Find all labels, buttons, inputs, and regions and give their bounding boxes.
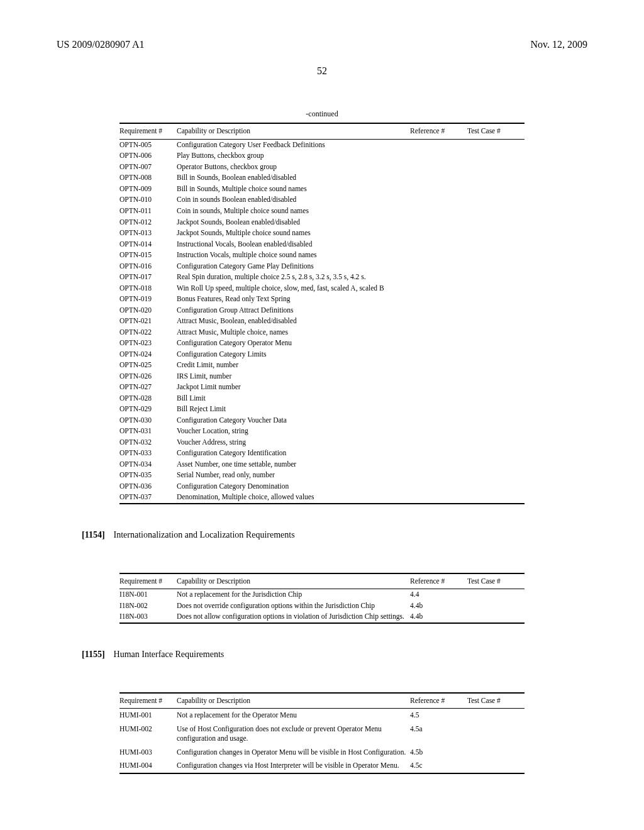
cell-desc: Voucher Location, string <box>177 426 410 437</box>
cell-req: OPTN-007 <box>119 162 177 173</box>
table-row: OPTN-032Voucher Address, string <box>119 437 525 448</box>
cell-desc: Bonus Features, Read only Text Spring <box>177 294 410 305</box>
cell-req: OPTN-033 <box>119 448 177 459</box>
cell-ref <box>410 239 467 250</box>
cell-tc <box>467 481 525 492</box>
cell-ref <box>410 184 467 195</box>
table-row: OPTN-018Win Roll Up speed, multiple choi… <box>119 283 525 294</box>
cell-req: OPTN-010 <box>119 194 177 206</box>
table-row: OPTN-028Bill Limit <box>119 393 525 404</box>
cell-ref: 4.5b <box>410 746 467 760</box>
col-desc: Capability or Description <box>177 123 410 139</box>
cell-desc: Jackpot Sounds, Multiple choice sound na… <box>177 228 410 239</box>
table-header-row: Requirement # Capability or Description … <box>119 693 525 709</box>
cell-ref <box>410 261 467 272</box>
cell-tc <box>467 172 525 184</box>
cell-ref <box>410 338 467 349</box>
cell-ref <box>410 150 467 162</box>
pub-number: US 2009/0280907 A1 <box>57 38 145 52</box>
table-row: HUMI-002Use of Host Configuration does n… <box>119 722 525 746</box>
cell-req: OPTN-020 <box>119 305 177 316</box>
col-ref: Reference # <box>410 123 467 139</box>
cell-ref <box>410 139 467 150</box>
cell-tc <box>467 470 525 481</box>
col-desc: Capability or Description <box>177 573 410 589</box>
table-row: OPTN-026IRS Limit, number <box>119 371 525 382</box>
table-continued: -continued Requirement # Capability or D… <box>119 109 525 504</box>
cell-req: OPTN-018 <box>119 283 177 294</box>
cell-desc: Configuration Category Denomination <box>177 481 410 492</box>
col-desc: Capability or Description <box>177 693 410 709</box>
para-num: [1154] <box>82 530 105 540</box>
cell-req: OPTN-037 <box>119 492 177 504</box>
cell-desc: Use of Host Configuration does not exclu… <box>177 722 410 746</box>
cell-req: OPTN-030 <box>119 415 177 426</box>
cell-req: OPTN-035 <box>119 470 177 481</box>
cell-req: OPTN-026 <box>119 371 177 382</box>
table-row: OPTN-009Bill in Sounds, Multiple choice … <box>119 184 525 195</box>
cell-ref <box>410 492 467 504</box>
cell-ref <box>410 470 467 481</box>
col-req: Requirement # <box>119 573 177 589</box>
cell-ref <box>410 194 467 206</box>
cell-desc: Bill in Sounds, Multiple choice sound na… <box>177 184 410 195</box>
cell-ref: 4.5a <box>410 722 467 746</box>
table-row: OPTN-030Configuration Category Voucher D… <box>119 415 525 426</box>
table-header-row: Requirement # Capability or Description … <box>119 573 525 589</box>
cell-ref <box>410 172 467 184</box>
cell-ref: 4.5c <box>410 759 467 773</box>
cell-ref <box>410 437 467 448</box>
cell-ref <box>410 283 467 294</box>
cell-req: OPTN-015 <box>119 250 177 261</box>
cell-ref <box>410 393 467 404</box>
cell-ref <box>410 404 467 415</box>
cell-ref: 4.4 <box>410 589 467 600</box>
cell-tc <box>467 305 525 316</box>
cell-tc <box>467 228 525 239</box>
cell-ref: 4.5 <box>410 709 467 722</box>
cell-ref <box>410 448 467 459</box>
cell-tc <box>467 327 525 338</box>
cell-desc: Configuration changes in Operator Menu w… <box>177 746 410 760</box>
cell-desc: Does not override configuration options … <box>177 600 410 612</box>
cell-tc <box>467 459 525 470</box>
table-humi: Requirement # Capability or Description … <box>119 692 525 774</box>
cell-tc <box>467 184 525 195</box>
cell-desc: Real Spin duration, multiple choice 2.5 … <box>177 272 410 283</box>
cell-req: I18N-003 <box>119 611 177 623</box>
table-row: OPTN-036Configuration Category Denominat… <box>119 481 525 492</box>
cell-req: HUMI-002 <box>119 722 177 746</box>
cell-tc <box>467 194 525 206</box>
table-row: OPTN-017Real Spin duration, multiple cho… <box>119 272 525 283</box>
cell-desc: Play Buttons, checkbox group <box>177 150 410 162</box>
cell-desc: Credit Limit, number <box>177 360 410 371</box>
cell-tc <box>467 150 525 162</box>
cell-tc <box>467 371 525 382</box>
table-body: I18N-001Not a replacement for the Jurisd… <box>119 589 525 623</box>
para-num: [1155] <box>82 650 105 659</box>
cell-ref <box>410 294 467 305</box>
cell-req: OPTN-006 <box>119 150 177 162</box>
cell-desc: IRS Limit, number <box>177 371 410 382</box>
cell-req: HUMI-004 <box>119 759 177 773</box>
cell-ref: 4.4b <box>410 611 467 623</box>
table-row: HUMI-004Configuration changes via Host I… <box>119 759 525 773</box>
cell-ref <box>410 371 467 382</box>
cell-req: OPTN-022 <box>119 327 177 338</box>
table-row: OPTN-021Attract Music, Boolean, enabled/… <box>119 316 525 327</box>
table-row: OPTN-025Credit Limit, number <box>119 360 525 371</box>
section-heading-i18n: [1154] Internationalization and Localiza… <box>82 529 587 541</box>
cell-desc: Not a replacement for the Operator Menu <box>177 709 410 722</box>
cell-ref <box>410 426 467 437</box>
cell-req: OPTN-036 <box>119 481 177 492</box>
page-number: 52 <box>57 64 587 78</box>
col-tc: Test Case # <box>467 693 525 709</box>
cell-desc: Configuration Category Game Play Definit… <box>177 261 410 272</box>
table-row: OPTN-007Operator Buttons, checkbox group <box>119 162 525 173</box>
table-row: OPTN-035Serial Number, read only, number <box>119 470 525 481</box>
cell-desc: Instructional Vocals, Boolean enabled/di… <box>177 239 410 250</box>
cell-tc <box>467 611 525 623</box>
cell-ref <box>410 459 467 470</box>
cell-req: OPTN-021 <box>119 316 177 327</box>
table-header-row: Requirement # Capability or Description … <box>119 123 525 139</box>
